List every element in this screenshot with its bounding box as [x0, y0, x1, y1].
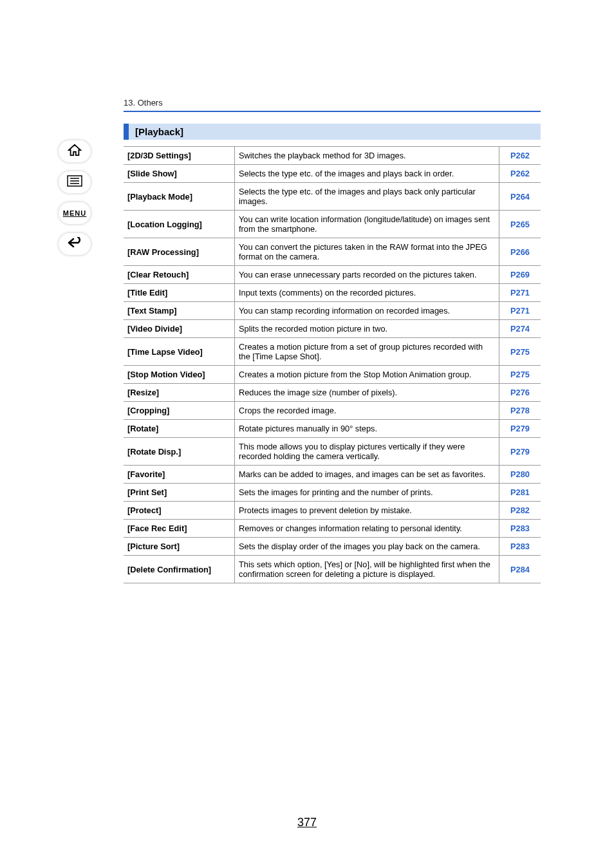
menu-item-name: [RAW Processing]	[124, 238, 235, 266]
table-row: [Favorite]Marks can be added to images, …	[124, 466, 541, 484]
page-ref-link[interactable]: P269	[499, 266, 541, 284]
nav-toc-button[interactable]	[59, 171, 91, 193]
menu-item-name: [Slide Show]	[124, 165, 235, 183]
menu-item-desc: Protects images to prevent deletion by m…	[235, 502, 499, 520]
menu-item-name: [Favorite]	[124, 466, 235, 484]
menu-item-desc: Crops the recorded image.	[235, 402, 499, 420]
nav-back-button[interactable]	[59, 233, 91, 255]
table-row: [Rotate Disp.]This mode allows you to di…	[124, 438, 541, 466]
page-ref-link[interactable]: P280	[499, 466, 541, 484]
menu-item-desc: You can convert the pictures taken in th…	[235, 238, 499, 266]
page-ref-link[interactable]: P275	[499, 338, 541, 366]
page-ref-link[interactable]: P262	[499, 165, 541, 183]
page-ref-link[interactable]: P266	[499, 238, 541, 266]
menu-item-name: [Playback Mode]	[124, 183, 235, 211]
menu-item-name: [Time Lapse Video]	[124, 338, 235, 366]
table-row: [Video Divide]Splits the recorded motion…	[124, 320, 541, 338]
menu-item-name: [Rotate Disp.]	[124, 438, 235, 466]
page-ref-link[interactable]: P275	[499, 366, 541, 384]
menu-item-desc: This mode allows you to display pictures…	[235, 438, 499, 466]
page-ref-link[interactable]: P283	[499, 538, 541, 556]
table-row: [Clear Retouch]You can erase unnecessary…	[124, 266, 541, 284]
menu-item-desc: You can write location information (long…	[235, 211, 499, 238]
page-ref-link[interactable]: P279	[499, 438, 541, 466]
table-row: [Print Set]Sets the images for printing …	[124, 484, 541, 502]
menu-item-desc: Sets the images for printing and the num…	[235, 484, 499, 502]
back-icon	[67, 237, 82, 251]
page-ref-link[interactable]: P282	[499, 502, 541, 520]
menu-item-desc: Creates a motion picture from a set of g…	[235, 338, 499, 366]
menu-item-name: [Delete Confirmation]	[124, 556, 235, 583]
table-row: [Face Rec Edit]Removes or changes inform…	[124, 520, 541, 538]
table-row: [Rotate]Rotate pictures manually in 90° …	[124, 420, 541, 438]
menu-item-name: [Resize]	[124, 384, 235, 402]
menu-item-name: [Face Rec Edit]	[124, 520, 235, 538]
table-row: [Time Lapse Video]Creates a motion pictu…	[124, 338, 541, 366]
menu-item-name: [2D/3D Settings]	[124, 147, 235, 165]
menu-item-desc: Rotate pictures manually in 90° steps.	[235, 420, 499, 438]
table-row: [Picture Sort]Sets the display order of …	[124, 538, 541, 556]
table-row: [2D/3D Settings]Switches the playback me…	[124, 147, 541, 165]
menu-item-desc: You can erase unnecessary parts recorded…	[235, 266, 499, 284]
table-row: [Resize]Reduces the image size (number o…	[124, 384, 541, 402]
menu-item-name: [Clear Retouch]	[124, 266, 235, 284]
menu-item-name: [Title Edit]	[124, 284, 235, 302]
page-ref-link[interactable]: P274	[499, 320, 541, 338]
menu-item-name: [Stop Motion Video]	[124, 366, 235, 384]
menu-item-desc: You can stamp recording information on r…	[235, 302, 499, 320]
menu-item-desc: Marks can be added to images, and images…	[235, 466, 499, 484]
nav-home-button[interactable]	[59, 140, 91, 162]
menu-item-name: [Text Stamp]	[124, 302, 235, 320]
menu-item-desc: Creates a motion picture from the Stop M…	[235, 366, 499, 384]
menu-item-desc: Selects the type etc. of the images and …	[235, 165, 499, 183]
playback-menu-table: [2D/3D Settings]Switches the playback me…	[124, 146, 541, 583]
table-row: [Protect]Protects images to prevent dele…	[124, 502, 541, 520]
table-row: [Slide Show]Selects the type etc. of the…	[124, 165, 541, 183]
toc-icon	[67, 175, 82, 189]
menu-item-name: [Video Divide]	[124, 320, 235, 338]
side-nav: MENU	[57, 140, 93, 255]
menu-item-desc: Reduces the image size (number of pixels…	[235, 384, 499, 402]
page-ref-link[interactable]: P264	[499, 183, 541, 211]
table-row: [Location Logging]You can write location…	[124, 211, 541, 238]
menu-item-desc: Splits the recorded motion picture in tw…	[235, 320, 499, 338]
page-ref-link[interactable]: P281	[499, 484, 541, 502]
nav-menu-button[interactable]: MENU	[59, 202, 91, 224]
page-ref-link[interactable]: P279	[499, 420, 541, 438]
menu-item-desc: Selects the type etc. of the images and …	[235, 183, 499, 211]
table-row: [Delete Confirmation]This sets which opt…	[124, 556, 541, 583]
menu-item-desc: This sets which option, [Yes] or [No], w…	[235, 556, 499, 583]
menu-item-desc: Input texts (comments) on the recorded p…	[235, 284, 499, 302]
menu-item-name: [Location Logging]	[124, 211, 235, 238]
page-ref-link[interactable]: P283	[499, 520, 541, 538]
menu-item-name: [Print Set]	[124, 484, 235, 502]
page-ref-link[interactable]: P276	[499, 384, 541, 402]
page-ref-link[interactable]: P271	[499, 302, 541, 320]
page-ref-link[interactable]: P278	[499, 402, 541, 420]
menu-item-name: [Rotate]	[124, 420, 235, 438]
page-ref-link[interactable]: P284	[499, 556, 541, 583]
home-icon	[68, 144, 82, 159]
chapter-label: 13. Others	[124, 98, 163, 108]
menu-item-desc: Sets the display order of the images you…	[235, 538, 499, 556]
page-ref-link[interactable]: P265	[499, 211, 541, 238]
divider	[124, 111, 541, 112]
menu-label: MENU	[63, 209, 86, 217]
table-row: [Title Edit]Input texts (comments) on th…	[124, 284, 541, 302]
table-row: [RAW Processing]You can convert the pict…	[124, 238, 541, 266]
menu-item-name: [Protect]	[124, 502, 235, 520]
page-ref-link[interactable]: P271	[499, 284, 541, 302]
menu-item-name: [Cropping]	[124, 402, 235, 420]
table-row: [Stop Motion Video]Creates a motion pict…	[124, 366, 541, 384]
section-title: [Playback]	[124, 124, 541, 140]
menu-item-desc: Removes or changes information relating …	[235, 520, 499, 538]
menu-item-name: [Picture Sort]	[124, 538, 235, 556]
page-ref-link[interactable]: P262	[499, 147, 541, 165]
menu-item-desc: Switches the playback method for 3D imag…	[235, 147, 499, 165]
table-row: [Cropping]Crops the recorded image.P278	[124, 402, 541, 420]
table-row: [Text Stamp]You can stamp recording info…	[124, 302, 541, 320]
page-number[interactable]: 377	[0, 816, 614, 829]
table-row: [Playback Mode]Selects the type etc. of …	[124, 183, 541, 211]
